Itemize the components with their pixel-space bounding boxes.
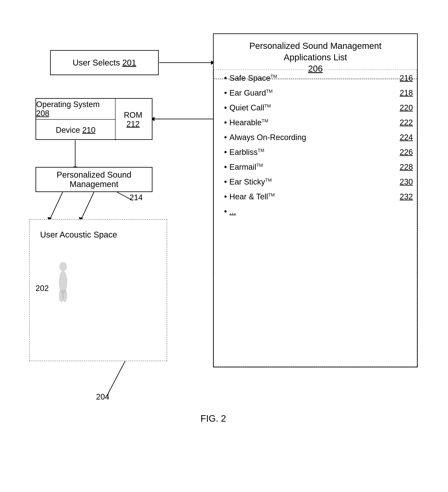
app-name: ... [229,207,413,216]
label-202: 202 [35,284,49,293]
device-label: Device 210 [56,126,95,135]
app-name: Quiet CallTM [229,103,395,112]
bullet-icon: • [224,118,227,127]
list-item: • Ear StickyTM 230 [224,177,413,186]
app-ref: 226 [400,148,413,157]
bullet-icon: • [224,207,227,216]
app-name: Always On-Recording [229,133,395,142]
user-selects-box: User Selects 201 [50,50,159,75]
rom-label: ROM [124,111,142,120]
list-item: • EarblissTM 226 [224,148,413,157]
bullet-icon: • [224,163,227,172]
diagram-container: User Selects 201 Personalized Sound Mana… [17,17,430,476]
os-box: Operating System 208 [36,99,115,120]
list-item: • EarmailTM 228 [224,163,413,172]
bullet-icon: • [224,133,227,142]
psm-label: Personalized Sound Management [36,170,152,189]
app-name: Ear StickyTM [229,177,395,186]
device-ref: 210 [82,126,95,134]
svg-point-13 [59,271,67,294]
list-item: • Always On-Recording 224 [224,133,413,142]
app-list-box: Personalized Sound ManagementApplication… [213,33,418,367]
label-204: 204 [96,392,109,401]
user-selects-label: User Selects 201 [73,58,136,67]
app-ref: 230 [400,177,413,186]
os-label: Operating System 208 [36,100,115,118]
psm-ref-label: 214 [129,193,143,202]
person-silhouette [55,261,72,303]
app-ref: 220 [400,103,413,112]
svg-line-8 [82,192,94,219]
os-device-box: Operating System 208 Device 210 ROM 212 [35,98,152,140]
acoustic-space-box: User Acoustic Space [29,219,167,361]
list-item: • Safe SpaceTM 216 [224,74,413,83]
app-ref: 232 [400,192,413,201]
list-item: • Quiet CallTM 220 [224,103,413,112]
app-list-items: • Safe SpaceTM 216 • Ear GuardTM 218 • Q… [224,74,413,222]
device-box: Device 210 [36,120,115,141]
app-ref: 218 [400,89,413,97]
bullet-icon: • [224,89,227,97]
app-ref: 216 [400,74,413,83]
app-name: Hear & TellTM [229,192,395,201]
app-ref: 224 [400,133,413,142]
list-item: • Hear & TellTM 232 [224,192,413,201]
os-ref: 208 [36,109,49,118]
psm-box: Personalized Sound Management [35,167,152,192]
bullet-icon: • [224,148,227,157]
app-ref: 222 [400,118,413,127]
list-item: • ... [224,207,413,216]
figure-label: FIG. 2 [200,413,226,424]
app-name: Safe SpaceTM [229,74,395,83]
acoustic-space-label: User Acoustic Space [40,230,117,239]
app-name: EarmailTM [229,163,395,172]
svg-point-12 [59,262,67,271]
app-name: HearableTM [229,118,395,127]
bullet-icon: • [224,103,227,112]
app-name: EarblissTM [229,148,395,157]
svg-line-6 [50,192,63,219]
list-item: • Ear GuardTM 218 [224,89,413,97]
rom-ref: 212 [126,120,139,129]
svg-point-15 [62,289,67,302]
app-name: Ear GuardTM [229,89,395,97]
bullet-icon: • [224,74,227,83]
app-ref: 228 [400,163,413,172]
bullet-icon: • [224,192,227,201]
rom-box: ROM 212 [114,103,152,136]
list-item: • HearableTM 222 [224,118,413,127]
bullet-icon: • [224,177,227,186]
svg-line-11 [106,361,125,397]
